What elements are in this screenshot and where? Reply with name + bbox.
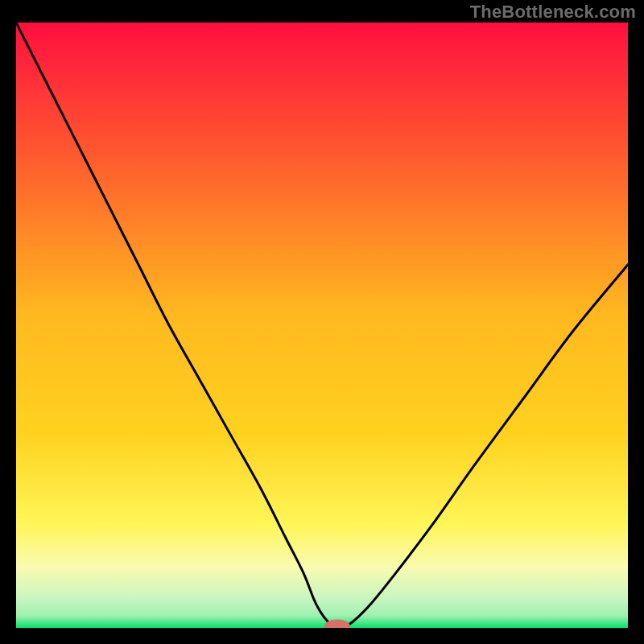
gradient-background xyxy=(16,23,628,628)
plot-area xyxy=(16,23,628,628)
chart-frame: TheBottleneck.com xyxy=(0,0,644,644)
chart-svg xyxy=(16,23,628,628)
watermark-text: TheBottleneck.com xyxy=(470,2,636,23)
